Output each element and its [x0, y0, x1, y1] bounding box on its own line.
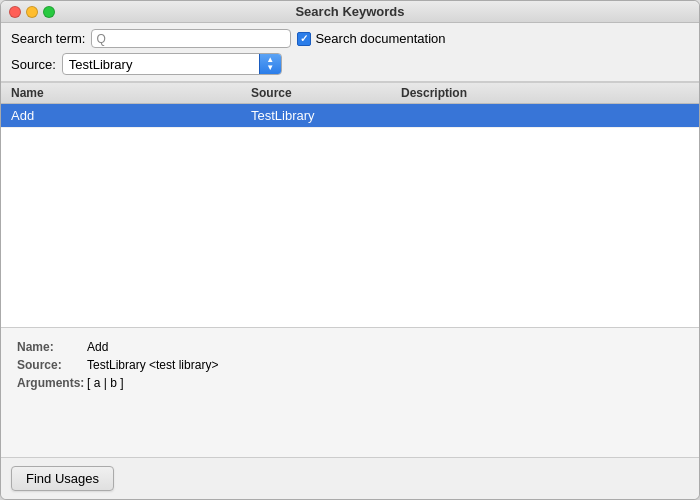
detail-arguments-value: [ a | b ] [87, 376, 123, 390]
chevron-down-icon: ▼ [266, 64, 274, 72]
source-select-arrow[interactable]: ▲ ▼ [259, 54, 281, 74]
search-row: Search term: Q Search documentation [11, 29, 689, 48]
col-header-description: Description [391, 86, 699, 100]
footer: Find Usages [1, 457, 699, 499]
col-header-name: Name [1, 86, 241, 100]
detail-panel: Name: Add Source: TestLibrary <test libr… [1, 327, 699, 457]
col-header-source: Source [241, 86, 391, 100]
detail-name-label: Name: [17, 340, 87, 354]
detail-name-value: Add [87, 340, 108, 354]
cell-description [391, 114, 699, 118]
table-header: Name Source Description [1, 82, 699, 104]
search-icon: Q [96, 32, 105, 46]
source-label: Source: [11, 57, 56, 72]
search-term-label: Search term: [11, 31, 85, 46]
detail-source-row: Source: TestLibrary <test library> [17, 358, 683, 372]
source-row: Source: TestLibrary ▲ ▼ [11, 53, 689, 75]
window-controls [9, 6, 55, 18]
detail-arguments-row: Arguments: [ a | b ] [17, 376, 683, 390]
detail-arguments-label: Arguments: [17, 376, 87, 390]
source-select-value: TestLibrary [63, 55, 259, 74]
detail-source-label: Source: [17, 358, 87, 372]
search-input-wrapper[interactable]: Q [91, 29, 291, 48]
minimize-button[interactable] [26, 6, 38, 18]
search-doc-label: Search documentation [315, 31, 445, 46]
search-doc-checkbox-label[interactable]: Search documentation [297, 31, 445, 46]
search-doc-checkbox[interactable] [297, 32, 311, 46]
maximize-button[interactable] [43, 6, 55, 18]
table-row[interactable]: Add TestLibrary [1, 104, 699, 128]
detail-source-value: TestLibrary <test library> [87, 358, 218, 372]
detail-name-row: Name: Add [17, 340, 683, 354]
main-window: Search Keywords Search term: Q Search do… [0, 0, 700, 500]
window-title: Search Keywords [295, 4, 404, 19]
title-bar: Search Keywords [1, 1, 699, 23]
toolbar: Search term: Q Search documentation Sour… [1, 23, 699, 82]
close-button[interactable] [9, 6, 21, 18]
table-body[interactable]: Add TestLibrary [1, 104, 699, 327]
search-input[interactable] [108, 31, 287, 46]
find-usages-button[interactable]: Find Usages [11, 466, 114, 491]
cell-source: TestLibrary [241, 106, 391, 125]
source-select[interactable]: TestLibrary ▲ ▼ [62, 53, 282, 75]
cell-name: Add [1, 106, 241, 125]
